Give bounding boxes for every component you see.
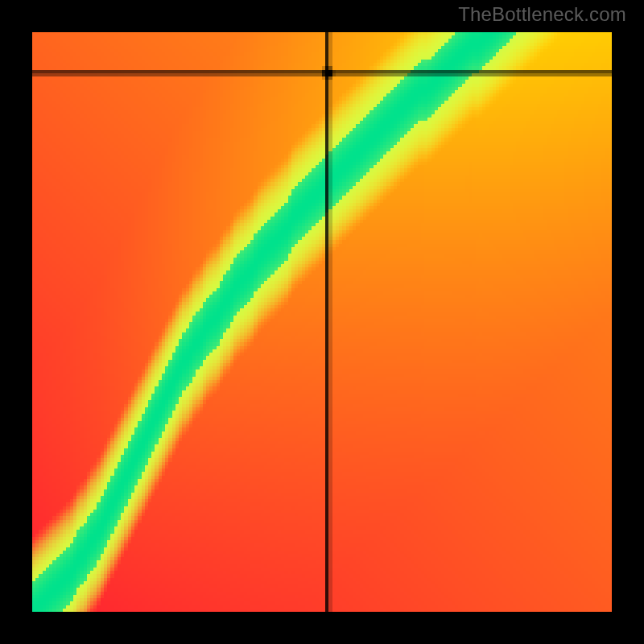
watermark-text: TheBottleneck.com xyxy=(458,3,626,26)
chart-frame: TheBottleneck.com xyxy=(0,0,644,644)
bottleneck-heatmap xyxy=(32,32,612,612)
